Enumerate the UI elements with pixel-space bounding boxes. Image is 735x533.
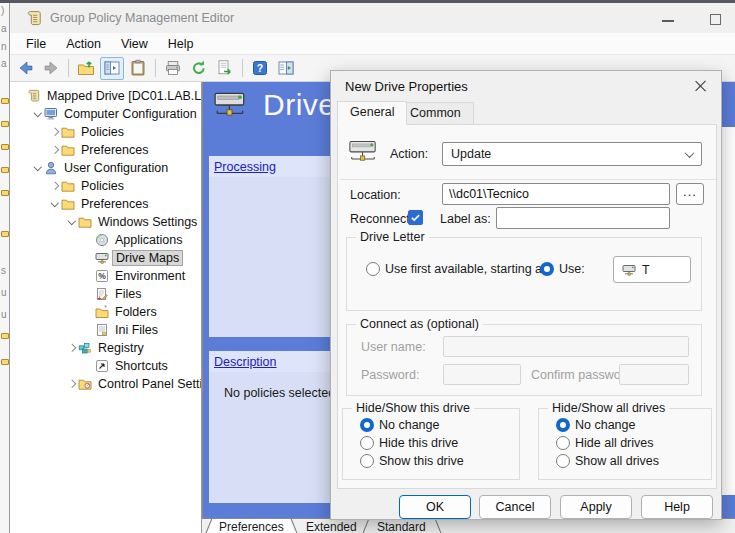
files-icon: + — [95, 287, 110, 301]
show-all-drives-radio[interactable]: Show all drives — [551, 454, 659, 468]
tab-common[interactable]: Common — [397, 102, 474, 125]
tab-standard[interactable]: Standard — [377, 520, 426, 533]
folder-icon — [61, 125, 76, 139]
toolbar-separator — [242, 59, 243, 77]
processing-link[interactable]: Processing — [214, 160, 276, 174]
chevron-right-icon[interactable] — [48, 144, 61, 157]
tree-item-computer-policies[interactable]: Policies — [10, 123, 201, 141]
print-button[interactable] — [161, 57, 185, 80]
tree-item-user-preferences[interactable]: Preferences — [10, 195, 201, 213]
tree-item-control-panel-settings[interactable]: Control Panel Setting — [10, 375, 201, 393]
tree-item-windows-settings[interactable]: Windows Settings — [10, 213, 201, 231]
drive-letter-select[interactable]: T — [613, 256, 691, 283]
minimize-button[interactable] — [662, 20, 674, 22]
browse-button[interactable]: ... — [676, 183, 704, 205]
reconnect-checkbox[interactable] — [408, 210, 423, 225]
hide-this-drive-radio[interactable]: Hide this drive — [355, 436, 458, 450]
cancel-button[interactable]: Cancel — [479, 495, 551, 519]
tree-item-computer-configuration[interactable]: Computer Configuration — [10, 105, 201, 123]
forward-icon — [42, 59, 61, 77]
toolbar-separator — [68, 59, 69, 77]
chevron-down-icon — [685, 148, 695, 158]
tree-item-environment[interactable]: % Environment — [10, 267, 201, 285]
tree-item-shortcuts[interactable]: Shortcuts — [10, 357, 201, 375]
hide-all-drives-radio[interactable]: Hide all drives — [551, 436, 654, 450]
tab-extended[interactable]: Extended — [306, 520, 357, 533]
chevron-down-icon[interactable] — [31, 162, 44, 175]
chevron-right-icon[interactable] — [48, 126, 61, 139]
svg-text:?: ? — [257, 62, 263, 74]
apply-button[interactable]: Apply — [560, 495, 632, 519]
help-button-dialog[interactable]: Help — [641, 495, 713, 519]
hide-show-this-drive-group: Hide/Show this drive No change Hide this… — [342, 408, 520, 480]
connect-as-group-title: Connect as (optional) — [356, 317, 483, 331]
tree-item-files[interactable]: + Files — [10, 285, 201, 303]
menu-help[interactable]: Help — [158, 35, 204, 53]
description-link[interactable]: Description — [214, 355, 277, 369]
use-first-available-radio[interactable]: Use first available, starting at: — [361, 262, 549, 276]
up-one-level-icon — [77, 59, 95, 77]
chevron-down-icon[interactable] — [48, 198, 61, 211]
back-button[interactable] — [13, 57, 37, 80]
action-select[interactable]: Update — [442, 142, 702, 166]
up-one-level-button[interactable] — [74, 57, 98, 80]
general-tab-page: Action: Update Location: ... Reconnect: … — [337, 124, 717, 489]
all-no-change-radio[interactable]: No change — [551, 418, 635, 432]
refresh-button[interactable] — [187, 57, 211, 80]
show-console-tree-button[interactable] — [100, 57, 124, 80]
tree-item-folders[interactable]: * Folders — [10, 303, 201, 321]
drive-banner-icon — [213, 88, 249, 122]
properties-button[interactable] — [126, 57, 150, 80]
no-policies-text: No policies selected — [224, 386, 335, 400]
chevron-down-icon[interactable] — [65, 216, 78, 229]
chevron-down-icon[interactable] — [31, 108, 44, 121]
menu-view[interactable]: View — [111, 35, 158, 53]
tab-general[interactable]: General — [337, 101, 407, 125]
forward-button[interactable] — [39, 57, 63, 80]
label-as-input[interactable] — [496, 207, 670, 229]
background-folder-fragment — [1, 98, 9, 104]
clipboard-icon — [129, 59, 147, 77]
radio-off-icon — [360, 454, 374, 468]
tree-item-computer-preferences[interactable]: Preferences — [10, 141, 201, 159]
maximize-button[interactable] — [710, 14, 721, 25]
chevron-right-icon[interactable] — [65, 378, 78, 391]
tree-item-mapped-drive-gpo[interactable]: Mapped Drive [DC01.LAB.LOCA — [10, 87, 201, 105]
tree-item-applications[interactable]: Applications — [10, 231, 201, 249]
results-pane-tabs: Preferences Extended Standard — [202, 518, 735, 533]
background-folder-fragment — [1, 167, 9, 173]
hide-show-this-title: Hide/Show this drive — [352, 401, 474, 415]
back-icon — [16, 59, 35, 77]
preview-pane-button[interactable] — [274, 57, 298, 80]
refresh-icon — [190, 59, 208, 77]
menu-action[interactable]: Action — [56, 35, 111, 53]
show-this-drive-radio[interactable]: Show this drive — [355, 454, 464, 468]
help-button[interactable]: ? — [248, 57, 272, 80]
close-icon[interactable] — [693, 78, 709, 94]
toolbar-separator — [155, 59, 156, 77]
tree-item-user-policies[interactable]: Policies — [10, 177, 201, 195]
use-drive-radio[interactable]: Use: — [535, 262, 585, 276]
tree-item-registry[interactable]: Registry — [10, 339, 201, 357]
folder-icon — [61, 143, 76, 157]
connect-as-group: Connect as (optional) User name: Passwor… — [346, 324, 702, 396]
tree-item-ini-files[interactable]: Ini Files — [10, 321, 201, 339]
ok-button[interactable]: OK — [399, 495, 471, 519]
tab-preferences[interactable]: Preferences — [219, 520, 284, 533]
chevron-right-icon[interactable] — [65, 342, 78, 355]
tree-item-drive-maps[interactable]: Drive Maps — [10, 249, 201, 267]
this-no-change-radio[interactable]: No change — [355, 418, 439, 432]
location-input[interactable] — [442, 183, 670, 205]
chevron-right-icon[interactable] — [48, 180, 61, 193]
label-as-label: Label as: — [440, 212, 491, 226]
menu-file[interactable]: File — [16, 35, 56, 53]
background-folder-fragment — [1, 231, 9, 237]
export-list-button[interactable] — [213, 57, 237, 80]
hide-show-all-title: Hide/Show all drives — [548, 401, 669, 415]
folders-icon: * — [95, 305, 110, 319]
menu-bar: File Action View Help — [10, 33, 735, 55]
tree-item-user-configuration[interactable]: User Configuration — [10, 159, 201, 177]
background-text-fragment: u — [1, 309, 7, 320]
check-icon — [410, 212, 421, 223]
background-folder-fragment — [1, 333, 9, 339]
